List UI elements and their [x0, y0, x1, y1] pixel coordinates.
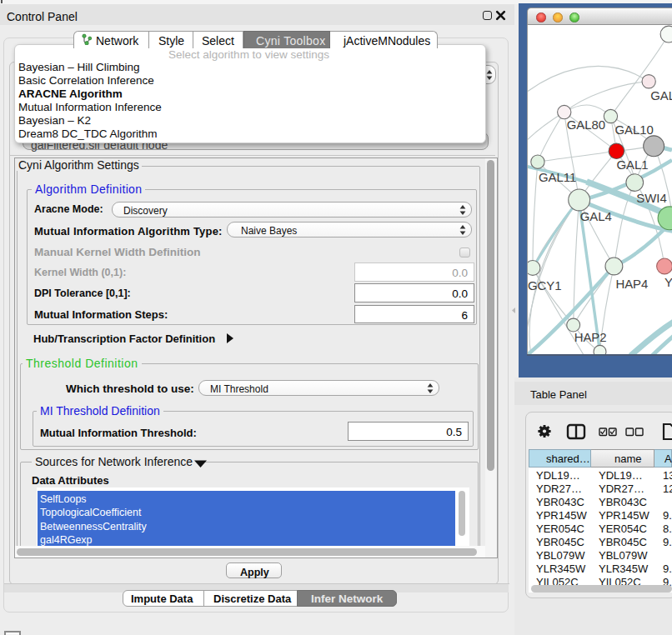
svg-text:GAL80: GAL80	[567, 118, 605, 132]
svg-text:SWI4: SWI4	[636, 192, 666, 205]
svg-text:YER: YER	[664, 276, 672, 289]
svg-text:GCY1: GCY1	[528, 279, 562, 292]
svg-text:GAL1: GAL1	[616, 158, 648, 172]
svg-text:GAL10: GAL10	[614, 123, 653, 137]
svg-text:HAP2: HAP2	[574, 331, 607, 344]
svg-text:GAL11: GAL11	[539, 171, 576, 184]
svg-text:GAL4: GAL4	[580, 210, 612, 223]
svg-text:HAP4: HAP4	[615, 278, 648, 291]
svg-text:GAL3: GAL3	[650, 89, 672, 102]
